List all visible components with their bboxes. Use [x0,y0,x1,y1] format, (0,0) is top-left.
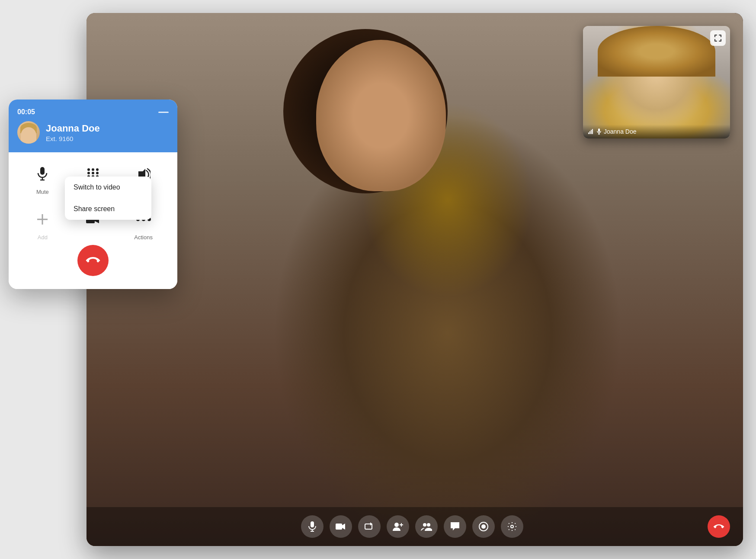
call-timer-row: 00:05 [17,108,169,116]
video-window: Joanna Doe [86,13,743,546]
video-mic-button[interactable] [301,515,324,538]
svg-rect-3 [592,129,593,134]
video-record-button[interactable] [472,515,495,538]
caller-name: Joanna Doe [46,123,100,134]
video-background: Joanna Doe [86,13,743,546]
pip-label: Joanna Doe [583,125,730,138]
pip-expand-button[interactable] [710,30,726,46]
add-label: Add [38,234,48,241]
add-icon [31,208,54,231]
svg-point-13 [394,523,399,527]
svg-point-29 [96,172,99,174]
pip-mic-icon [597,129,601,135]
dropdown-menu: Switch to video Share screen [65,177,151,220]
video-chat-button[interactable] [444,515,466,538]
caller-avatar [17,121,40,144]
more-label: Actions [134,234,153,241]
switch-to-video-item[interactable]: Switch to video [65,177,151,198]
svg-point-19 [481,524,486,529]
svg-rect-7 [311,521,314,527]
video-share-button[interactable] [358,515,381,538]
pip-video: Joanna Doe [583,26,730,138]
add-action[interactable]: Add [31,208,54,241]
svg-point-17 [427,523,430,527]
video-add-person-button[interactable] [387,515,409,538]
caller-info: Joanna Doe Ext. 9160 [17,121,169,144]
call-widget-header: 00:05 Joanna Doe Ext. 9160 [9,100,177,152]
pip-signal-icon [588,129,594,134]
svg-point-28 [92,172,94,174]
call-widget: 00:05 Joanna Doe Ext. 9160 [9,100,177,289]
person-head [316,40,446,191]
svg-point-20 [511,525,513,528]
svg-point-24 [87,168,90,171]
caller-ext: Ext. 9160 [46,135,100,142]
svg-point-26 [96,168,99,171]
pip-video-feed [583,26,730,138]
video-settings-button[interactable] [501,515,523,538]
call-widget-body: Mute [9,152,177,289]
svg-rect-10 [336,524,342,530]
call-timer: 00:05 [17,108,35,116]
share-screen-item[interactable]: Share screen [65,198,151,220]
video-controls-bar [86,507,743,546]
avatar-head [21,127,36,144]
widget-end-call-button[interactable] [77,245,109,276]
mute-icon [31,163,54,185]
mute-label: Mute [36,189,49,195]
mute-action[interactable]: Mute [31,163,54,195]
video-end-call-button[interactable] [708,515,730,538]
svg-rect-4 [598,129,600,132]
scene: Joanna Doe [0,0,756,559]
svg-rect-21 [40,167,45,175]
caller-details: Joanna Doe Ext. 9160 [46,123,100,142]
svg-rect-2 [591,130,592,134]
minimize-button[interactable] [158,112,169,113]
svg-point-27 [87,172,90,174]
svg-point-25 [92,168,94,171]
svg-rect-1 [589,131,590,134]
video-people-button[interactable] [415,515,438,538]
controls-center [301,515,523,538]
video-camera-button[interactable] [330,515,352,538]
pip-person-hair [598,26,715,77]
pip-caller-name: Joanna Doe [604,128,637,135]
svg-rect-0 [588,132,589,134]
svg-point-16 [423,523,426,527]
